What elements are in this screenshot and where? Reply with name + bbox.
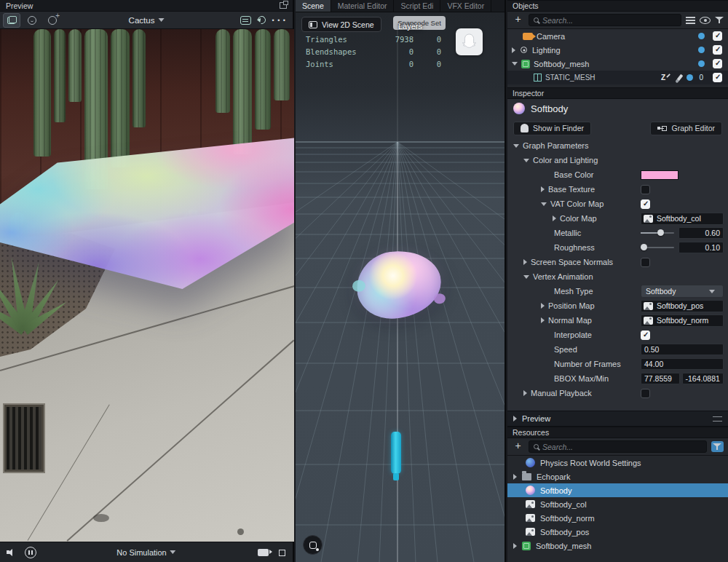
swap-camera-icon[interactable]: [240, 16, 251, 25]
enabled-dot[interactable]: [698, 47, 705, 53]
ar-gradient-plane[interactable]: [0, 130, 294, 296]
position-map-field[interactable]: Softbody_pos: [641, 300, 724, 312]
frames-value[interactable]: 44.00: [641, 358, 724, 370]
collapse-icon[interactable]: [523, 275, 529, 279]
graph-editor-button[interactable]: Graph Editor: [650, 122, 722, 135]
expand-icon[interactable]: [513, 416, 517, 422]
crop-icon[interactable]: [277, 548, 286, 557]
z-order-icon[interactable]: [661, 74, 665, 82]
view-2d-scene-button[interactable]: View 2D Scene: [301, 17, 381, 32]
add-object-button[interactable]: [512, 14, 524, 26]
record-video-icon[interactable]: [258, 549, 269, 556]
objects-search-input[interactable]: [542, 16, 676, 25]
scene-viewport[interactable]: View 2D Scene Snapcode Set Layers Triang…: [296, 12, 505, 562]
paint-icon[interactable]: [677, 74, 684, 82]
section-graph-parameters[interactable]: Graph Parameters: [507, 138, 728, 153]
bbox-max-value[interactable]: 77.8559: [641, 373, 680, 384]
metallic-value[interactable]: 0.60: [678, 227, 724, 239]
layers-dropdown[interactable]: Layers: [398, 22, 422, 31]
resources-search-input[interactable]: [542, 443, 702, 451]
expand-icon[interactable]: [512, 47, 515, 53]
enabled-dot[interactable]: [698, 33, 705, 39]
speed-value[interactable]: 0.50: [641, 344, 724, 355]
interpolate-checkbox[interactable]: [641, 331, 650, 340]
object-row-softbody-mesh[interactable]: Softbody_mesh: [507, 57, 728, 71]
tab-material-editor[interactable]: Material Editor: [331, 0, 395, 12]
tab-script-editor[interactable]: Script Edi: [394, 0, 440, 12]
pause-button[interactable]: [25, 547, 36, 558]
collapse-icon[interactable]: [523, 159, 529, 162]
vat-color-map-checkbox[interactable]: [641, 199, 650, 209]
add-resource-button[interactable]: [512, 440, 524, 453]
more-options-icon[interactable]: [272, 17, 286, 24]
resources-search[interactable]: [529, 440, 707, 453]
object-row-lighting[interactable]: Lighting: [507, 43, 728, 57]
mesh-type-dropdown[interactable]: Softbody: [641, 285, 724, 298]
resize-grip-icon[interactable]: [713, 416, 722, 422]
param-position-map[interactable]: Position Map Softbody_pos: [507, 298, 728, 313]
visibility-icon[interactable]: [700, 17, 711, 24]
object-row-camera[interactable]: Camera: [507, 29, 728, 43]
slider-knob[interactable]: [641, 244, 647, 250]
resource-row-softbody-col[interactable]: Softbody_col: [507, 497, 728, 511]
roughness-slider[interactable]: [641, 242, 674, 253]
metallic-slider[interactable]: [641, 228, 674, 238]
resource-row-physics[interactable]: Physics Root World Settings: [507, 456, 728, 470]
resource-row-softbody-pos[interactable]: Softbody_pos: [507, 525, 728, 539]
expand-icon[interactable]: [513, 474, 517, 480]
filter-icon[interactable]: [711, 441, 724, 452]
expand-icon[interactable]: [553, 215, 556, 221]
section-vertex-animation[interactable]: Vertex Animation: [507, 269, 728, 284]
base-texture-checkbox[interactable]: [641, 185, 650, 194]
enabled-dot[interactable]: [698, 60, 705, 67]
objects-search[interactable]: [529, 14, 681, 26]
collider-3d-object[interactable]: [391, 432, 401, 474]
visibility-checkbox[interactable]: [713, 59, 722, 68]
preview-section-header[interactable]: Preview: [507, 411, 728, 427]
tab-scene[interactable]: Scene: [296, 0, 331, 12]
object-row-static-mesh[interactable]: STATIC_MESH 0: [507, 71, 728, 84]
normal-map-field[interactable]: Softbody_norm: [641, 314, 724, 327]
snapcode-thumbnail[interactable]: [456, 28, 483, 55]
scene-gizmo-button[interactable]: [303, 535, 323, 555]
expand-icon[interactable]: [541, 186, 545, 192]
expand-icon[interactable]: [541, 303, 545, 309]
color-map-field[interactable]: Softbody_col: [641, 213, 724, 225]
visibility-checkbox[interactable]: [713, 73, 722, 82]
add-face-button[interactable]: [44, 13, 61, 28]
manual-playback-checkbox[interactable]: [641, 389, 650, 398]
enabled-dot[interactable]: [687, 74, 693, 81]
expand-icon[interactable]: [523, 259, 527, 265]
list-view-icon[interactable]: [686, 16, 695, 24]
expand-icon[interactable]: [523, 390, 527, 396]
param-vat-color-map[interactable]: VAT Color Map: [507, 197, 728, 211]
dual-camera-button[interactable]: [3, 13, 20, 28]
simulation-dropdown[interactable]: No Simulation: [116, 548, 175, 557]
section-color-and-lighting[interactable]: Color and Lighting: [507, 153, 728, 167]
show-in-finder-button[interactable]: Show in Finder: [513, 122, 591, 135]
filter-icon[interactable]: [715, 16, 724, 24]
expand-icon[interactable]: [513, 543, 517, 549]
param-color-map[interactable]: Color Map Softbody_col: [507, 211, 728, 226]
screen-space-normals-checkbox[interactable]: [641, 258, 650, 267]
collapse-icon[interactable]: [512, 62, 518, 66]
restart-preview-icon[interactable]: [256, 15, 266, 25]
resource-row-echopark[interactable]: Echopark: [507, 470, 728, 483]
slider-knob[interactable]: [657, 229, 664, 236]
param-manual-playback[interactable]: Manual Playback: [507, 386, 728, 400]
collapse-icon[interactable]: [541, 202, 547, 206]
resource-row-softbody-mesh[interactable]: Softbody_mesh: [507, 539, 728, 553]
preview-source-dropdown[interactable]: Cactus: [129, 16, 165, 25]
tab-vfx-editor[interactable]: VFX Editor: [440, 0, 491, 12]
face-preview-button[interactable]: [23, 13, 41, 28]
visibility-checkbox[interactable]: [713, 45, 722, 55]
param-base-texture[interactable]: Base Texture: [507, 182, 728, 197]
audio-icon[interactable]: [7, 548, 16, 557]
expand-icon[interactable]: [541, 317, 545, 323]
visibility-checkbox[interactable]: [713, 31, 722, 41]
detach-window-icon[interactable]: [280, 2, 287, 9]
resource-row-softbody-norm[interactable]: Softbody_norm: [507, 511, 728, 525]
bbox-min-value[interactable]: -164.0881: [682, 373, 724, 384]
param-normal-map[interactable]: Normal Map Softbody_norm: [507, 313, 728, 328]
collapse-icon[interactable]: [513, 144, 519, 148]
